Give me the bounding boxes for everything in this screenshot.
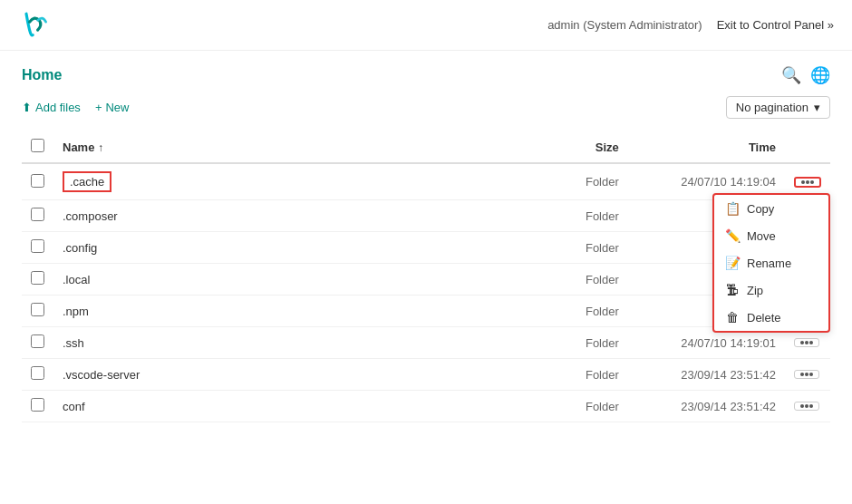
menu-item-label: Delete (747, 311, 781, 325)
exit-link[interactable]: Exit to Control Panel » (717, 18, 834, 32)
sort-arrow: ↑ (98, 141, 103, 154)
row-name-cell: .config (53, 232, 557, 264)
row-action-cell: 📋Copy✏️Move📝Rename🗜Zip🗑Delete (785, 163, 830, 200)
chevron-down-icon: ▾ (814, 101, 820, 114)
row-checkbox[interactable] (31, 174, 44, 188)
row-name-cell: .npm (53, 296, 557, 327)
context-menu-item[interactable]: 🗜Zip (714, 276, 828, 304)
top-icons: 🔍 🌐 (781, 65, 830, 85)
file-name[interactable]: .npm (63, 305, 89, 318)
file-table: Name ↑ Size Time .cacheFolder24/07/10 14… (22, 131, 830, 422)
dot-icon (809, 373, 813, 376)
dot-icon (805, 404, 808, 408)
row-checkbox[interactable] (31, 271, 44, 285)
row-size-cell: Folder (557, 232, 628, 264)
row-checkbox[interactable] (31, 366, 44, 380)
upload-icon: ⬆ (22, 101, 32, 114)
dot-icon (809, 404, 813, 408)
dot-icon (805, 373, 808, 376)
row-checkbox-cell (22, 327, 53, 359)
menu-item-icon: ✏️ (725, 228, 740, 243)
row-checkbox[interactable] (31, 334, 44, 348)
action-menu-button[interactable] (794, 370, 819, 379)
action-menu-button-active[interactable] (794, 177, 821, 188)
menu-item-icon: 📋 (725, 201, 740, 216)
row-checkbox-cell (22, 264, 53, 296)
menu-item-icon: 🗜 (725, 283, 740, 297)
file-name[interactable]: conf (63, 400, 85, 413)
dot-icon (801, 180, 805, 184)
context-menu-item[interactable]: 📋Copy (714, 195, 828, 222)
table-row: .configFolder (22, 232, 830, 264)
row-size-cell: Folder (557, 163, 628, 200)
action-menu-button[interactable] (794, 338, 819, 347)
table-body: .cacheFolder24/07/10 14:19:04📋Copy✏️Move… (22, 163, 830, 422)
dot-icon (800, 373, 804, 376)
col-size-header[interactable]: Size (557, 131, 628, 163)
context-menu-item[interactable]: 🗑Delete (714, 304, 828, 331)
table-row: .npmFolder (22, 296, 830, 327)
header-right: admin (System Administrator) Exit to Con… (547, 18, 834, 32)
dot-icon (806, 180, 809, 184)
file-name[interactable]: .local (63, 273, 90, 286)
context-menu: 📋Copy✏️Move📝Rename🗜Zip🗑Delete (712, 193, 830, 333)
dot-icon (805, 341, 808, 344)
file-name[interactable]: .ssh (63, 336, 84, 350)
row-size-cell: Folder (557, 359, 628, 391)
table-row: .localFolder (22, 264, 830, 296)
row-checkbox[interactable] (31, 239, 44, 253)
plus-icon: + (95, 101, 102, 114)
context-menu-item[interactable]: 📝Rename (714, 249, 828, 276)
row-size-cell: Folder (557, 296, 628, 327)
row-checkbox-cell (22, 163, 53, 200)
pagination-select[interactable]: No pagination ▾ (726, 96, 830, 119)
row-action-cell (785, 359, 830, 391)
row-checkbox[interactable] (31, 303, 44, 316)
row-time-cell: 23/09/14 23:51:42 (628, 391, 785, 422)
menu-item-label: Copy (747, 202, 774, 216)
file-name-highlighted[interactable]: .cache (63, 171, 111, 192)
select-all-checkbox[interactable] (31, 139, 44, 152)
user-info: admin (System Administrator) (547, 18, 702, 32)
table-row: .composerFolder (22, 200, 830, 232)
table-header: Name ↑ Size Time (22, 131, 830, 163)
toolbar: ⬆ Add files + New No pagination ▾ (22, 96, 830, 119)
row-checkbox[interactable] (31, 208, 44, 221)
toolbar-left: ⬆ Add files + New (22, 101, 129, 114)
file-name[interactable]: .composer (63, 209, 118, 223)
table-row: confFolder23/09/14 23:51:42 (22, 391, 830, 422)
table-row: .sshFolder24/07/10 14:19:01 (22, 327, 830, 359)
dot-icon (810, 180, 814, 184)
page-title: Home (22, 67, 62, 83)
row-checkbox-cell (22, 391, 53, 422)
file-name[interactable]: .vscode-server (63, 368, 140, 382)
context-menu-item[interactable]: ✏️Move (714, 222, 828, 249)
main-content: Home 🔍 🌐 ⬆ Add files + New No pagination… (0, 51, 852, 437)
row-checkbox[interactable] (31, 398, 44, 412)
row-size-cell: Folder (557, 327, 628, 359)
row-name-cell: .ssh (53, 327, 557, 359)
col-time-header[interactable]: Time (628, 131, 785, 163)
add-files-button[interactable]: ⬆ Add files (22, 101, 81, 114)
row-name-cell: .cache (53, 163, 557, 200)
file-name[interactable]: .config (63, 241, 97, 255)
pagination-label: No pagination (736, 101, 808, 114)
row-name-cell: .composer (53, 200, 557, 232)
logo (18, 7, 51, 43)
row-checkbox-cell (22, 232, 53, 264)
new-button[interactable]: + New (95, 101, 130, 114)
row-size-cell: Folder (557, 391, 628, 422)
col-action-header (785, 131, 830, 163)
new-label: New (105, 101, 129, 114)
search-icon[interactable]: 🔍 (781, 65, 801, 85)
col-name-header[interactable]: Name ↑ (53, 131, 557, 163)
menu-item-icon: 📝 (725, 256, 740, 270)
dot-icon (800, 404, 804, 408)
menu-item-label: Rename (747, 257, 791, 270)
top-bar: Home 🔍 🌐 (22, 65, 830, 85)
row-time-cell: 23/09/14 23:51:42 (628, 359, 785, 391)
sitemap-icon[interactable]: 🌐 (810, 65, 830, 85)
action-menu-button[interactable] (794, 402, 819, 411)
row-name-cell: .local (53, 264, 557, 296)
header: admin (System Administrator) Exit to Con… (0, 0, 852, 51)
